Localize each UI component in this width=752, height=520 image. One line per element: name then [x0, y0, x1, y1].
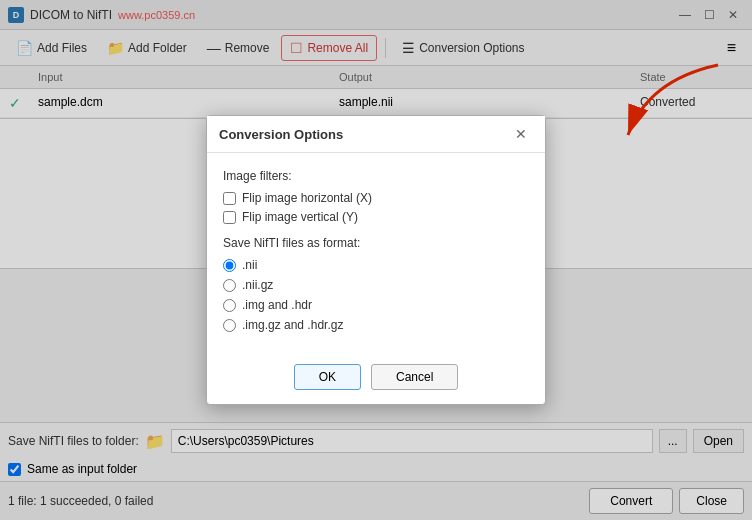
- flip-horizontal-checkbox[interactable]: [223, 192, 236, 205]
- format-niigz-row: .nii.gz: [223, 278, 529, 292]
- format-nii-label: .nii: [242, 258, 257, 272]
- format-niigz-radio[interactable]: [223, 279, 236, 292]
- flip-horizontal-label: Flip image horizontal (X): [242, 191, 372, 205]
- modal-title: Conversion Options: [219, 127, 343, 142]
- flip-horizontal-row: Flip image horizontal (X): [223, 191, 529, 205]
- format-imghdr-row: .img and .hdr: [223, 298, 529, 312]
- cancel-button[interactable]: Cancel: [371, 364, 458, 390]
- format-imghdr-radio[interactable]: [223, 299, 236, 312]
- image-filters-label: Image filters:: [223, 169, 529, 183]
- flip-vertical-label: Flip image vertical (Y): [242, 210, 358, 224]
- conversion-options-modal: Conversion Options ✕ Image filters: Flip…: [206, 115, 546, 405]
- format-nii-row: .nii: [223, 258, 529, 272]
- modal-close-button[interactable]: ✕: [509, 124, 533, 144]
- format-nii-radio[interactable]: [223, 259, 236, 272]
- ok-button[interactable]: OK: [294, 364, 361, 390]
- flip-vertical-checkbox[interactable]: [223, 211, 236, 224]
- format-imghdr-label: .img and .hdr: [242, 298, 312, 312]
- format-imggzhdr-row: .img.gz and .hdr.gz: [223, 318, 529, 332]
- format-imggzhdr-radio[interactable]: [223, 319, 236, 332]
- arrow-decoration: [608, 60, 728, 160]
- modal-body: Image filters: Flip image horizontal (X)…: [207, 153, 545, 354]
- format-imggzhdr-label: .img.gz and .hdr.gz: [242, 318, 343, 332]
- modal-title-bar: Conversion Options ✕: [207, 116, 545, 153]
- modal-overlay: Conversion Options ✕ Image filters: Flip…: [0, 0, 752, 520]
- flip-vertical-row: Flip image vertical (Y): [223, 210, 529, 224]
- format-niigz-label: .nii.gz: [242, 278, 273, 292]
- modal-footer: OK Cancel: [207, 354, 545, 404]
- save-format-label: Save NifTI files as format:: [223, 236, 529, 250]
